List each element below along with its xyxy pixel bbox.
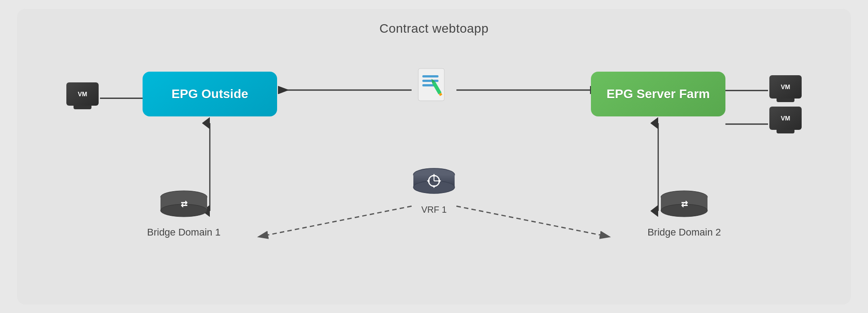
bridge-domain-1-label: Bridge Domain 1 xyxy=(147,227,221,238)
vm-right-top: VM xyxy=(769,75,802,99)
vrf-label: VRF 1 xyxy=(421,205,447,215)
svg-line-8 xyxy=(456,206,600,235)
bridge-domain-2: ⇄ Bridge Domain 2 xyxy=(647,188,721,238)
epg-outside-box: EPG Outside xyxy=(143,72,277,116)
vm-left: VM xyxy=(66,82,99,106)
bridge-domain-2-label: Bridge Domain 2 xyxy=(647,227,721,238)
diagram-area: VM EPG Outside xyxy=(17,36,851,304)
epg-server-box: EPG Server Farm xyxy=(591,72,725,116)
vrf-container: VRF 1 xyxy=(409,166,459,215)
svg-line-7 xyxy=(268,206,412,235)
contract-icon xyxy=(416,66,452,107)
svg-rect-15 xyxy=(422,75,438,77)
diagram-container: Contract webtoapp xyxy=(17,9,851,304)
svg-text:⇄: ⇄ xyxy=(180,200,187,209)
diagram-title: Contract webtoapp xyxy=(379,21,489,36)
svg-rect-16 xyxy=(422,80,438,82)
svg-text:⇄: ⇄ xyxy=(681,200,688,209)
vm-right-bottom: VM xyxy=(769,107,802,130)
bridge-domain-1: ⇄ Bridge Domain 1 xyxy=(147,188,221,238)
